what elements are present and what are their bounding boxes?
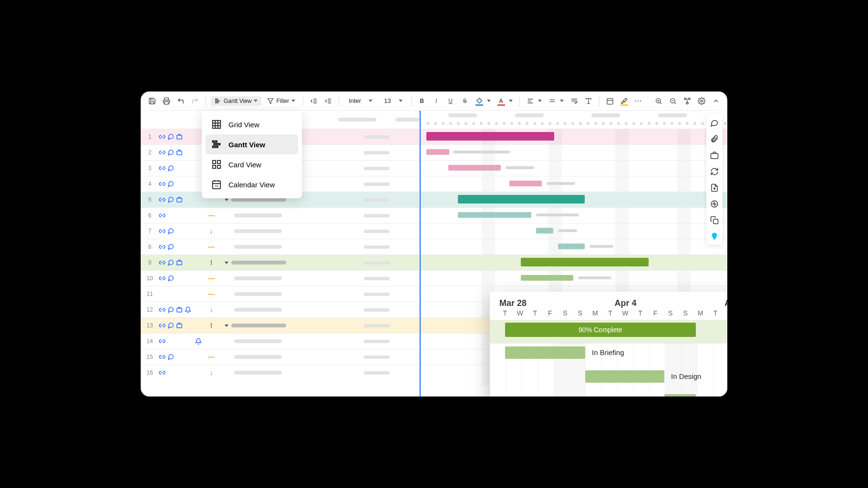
link-icon[interactable] <box>159 228 165 234</box>
settings-icon[interactable] <box>696 95 707 107</box>
redo-icon[interactable] <box>189 95 201 107</box>
assignee-cell[interactable] <box>355 340 398 343</box>
table-row[interactable]: 11— <box>141 286 419 302</box>
gantt-bar[interactable] <box>558 244 585 249</box>
assignee-cell[interactable] <box>355 308 398 312</box>
chat-icon[interactable] <box>167 244 174 250</box>
font-size-select[interactable]: 13 <box>379 96 406 105</box>
overlay-gantt-bar[interactable] <box>664 394 696 396</box>
gantt-bar[interactable] <box>448 165 501 171</box>
chat-icon[interactable] <box>167 133 174 140</box>
tip-icon[interactable] <box>710 232 719 241</box>
task-name-cell[interactable] <box>221 229 297 233</box>
gantt-bar[interactable] <box>521 275 573 281</box>
assignee-cell[interactable] <box>355 214 398 217</box>
italic-icon[interactable]: I <box>431 95 442 107</box>
assignee-cell[interactable] <box>355 324 398 327</box>
zoom-in-icon[interactable] <box>653 95 664 107</box>
priority-flag[interactable]: — <box>202 353 221 361</box>
bell-icon[interactable] <box>195 338 202 345</box>
activity-icon[interactable] <box>710 199 719 209</box>
link-icon[interactable] <box>159 149 165 156</box>
task-name-cell[interactable] <box>221 198 297 202</box>
assignee-cell[interactable] <box>355 183 398 186</box>
chat-icon[interactable] <box>167 306 174 313</box>
gantt-bar[interactable] <box>509 181 542 186</box>
task-name-cell[interactable] <box>221 324 297 327</box>
highlight-icon[interactable] <box>619 95 630 107</box>
priority-flag[interactable]: — <box>202 212 221 219</box>
chat-icon[interactable] <box>167 196 174 203</box>
link-icon[interactable] <box>159 369 165 376</box>
assignee-cell[interactable] <box>355 167 398 170</box>
link-icon[interactable] <box>159 212 165 219</box>
bold-icon[interactable]: B <box>416 95 428 107</box>
chevron-down-icon[interactable] <box>560 100 564 102</box>
overlay-gantt-bar[interactable] <box>585 370 664 383</box>
link-icon[interactable] <box>159 165 165 172</box>
assignee-cell[interactable] <box>355 230 398 233</box>
link-icon[interactable] <box>159 196 165 203</box>
chat-icon[interactable] <box>167 149 174 156</box>
chat-icon[interactable] <box>167 181 174 187</box>
task-name-cell[interactable] <box>221 339 297 343</box>
chat-icon[interactable] <box>167 259 174 266</box>
table-row[interactable]: 12↓ <box>141 302 419 317</box>
task-name-cell[interactable] <box>221 292 297 296</box>
copy-icon[interactable] <box>710 215 719 225</box>
table-row[interactable]: 16↓ <box>141 365 419 380</box>
print-icon[interactable] <box>161 95 172 107</box>
priority-flag[interactable]: ↓ <box>202 369 221 376</box>
task-name-cell[interactable] <box>221 245 297 249</box>
comments-icon[interactable] <box>710 118 719 128</box>
hierarchy-icon[interactable] <box>682 95 693 107</box>
box-icon[interactable] <box>176 196 183 203</box>
assignee-cell[interactable] <box>355 356 398 359</box>
link-icon[interactable] <box>159 354 165 360</box>
fill-color-icon[interactable] <box>474 95 485 107</box>
font-family-select[interactable]: Inter <box>344 96 376 105</box>
task-name-cell[interactable] <box>221 276 297 280</box>
collapse-icon[interactable] <box>710 95 722 107</box>
priority-flag[interactable]: ↓ <box>202 306 221 314</box>
wrap-text-icon[interactable] <box>568 95 580 107</box>
filter-button[interactable]: Filter <box>264 96 298 106</box>
undo-icon[interactable] <box>175 95 186 107</box>
bell-icon[interactable] <box>185 306 191 313</box>
gantt-bar[interactable] <box>458 212 531 218</box>
format-icon[interactable] <box>583 95 594 107</box>
link-icon[interactable] <box>159 133 165 140</box>
table-row[interactable]: 8— <box>141 239 419 254</box>
assignee-cell[interactable] <box>355 245 398 249</box>
chat-icon[interactable] <box>167 322 174 329</box>
gantt-bar[interactable] <box>536 228 553 234</box>
expand-icon[interactable] <box>225 325 228 327</box>
view-option-card[interactable]: Card View <box>206 154 298 174</box>
task-name-cell[interactable] <box>221 214 297 217</box>
table-row[interactable]: 7↓ <box>141 223 419 239</box>
text-color-icon[interactable]: A <box>496 95 507 107</box>
priority-flag[interactable]: ↓ <box>202 227 221 235</box>
expand-icon[interactable] <box>225 262 228 264</box>
priority-flag[interactable]: — <box>202 274 221 282</box>
assignee-cell[interactable] <box>355 198 398 202</box>
overlay-gantt-bar[interactable]: 90% Complete <box>505 323 696 337</box>
table-row[interactable]: 6— <box>141 207 419 223</box>
align-horizontal-icon[interactable] <box>525 95 536 107</box>
gantt-bar[interactable] <box>521 258 649 266</box>
priority-flag[interactable]: — <box>202 243 221 251</box>
link-icon[interactable] <box>159 244 165 250</box>
align-vertical-icon[interactable] <box>547 95 558 107</box>
view-option-calendar[interactable]: 31 Calendar View <box>206 174 298 194</box>
link-icon[interactable] <box>159 306 165 313</box>
table-row[interactable]: 15— <box>141 349 419 365</box>
box-icon[interactable] <box>176 149 183 156</box>
link-icon[interactable] <box>159 322 165 329</box>
box-icon[interactable] <box>176 306 183 313</box>
more-icon[interactable]: ⋯ <box>633 95 644 107</box>
attachments-icon[interactable] <box>710 134 719 144</box>
priority-flag[interactable]: ! <box>202 259 221 266</box>
view-selector[interactable]: Gantt View <box>211 96 261 106</box>
save-icon[interactable] <box>146 95 158 107</box>
zoom-out-icon[interactable] <box>667 95 679 107</box>
